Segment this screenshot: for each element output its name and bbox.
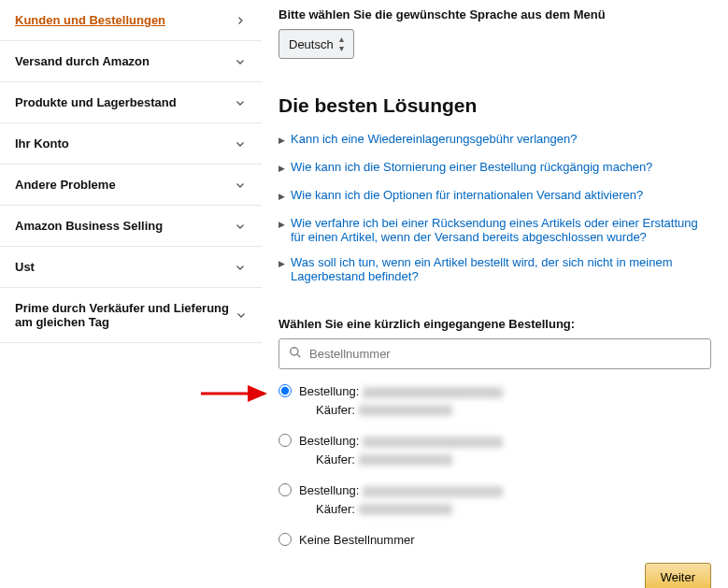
- order-label: Bestellung:: [299, 384, 359, 398]
- solution-item-0: ▶Kann ich eine Wiedereinlagerungsgebühr …: [278, 126, 711, 154]
- chevron-down-icon: [234, 55, 247, 68]
- chevron-down-icon: [234, 179, 247, 192]
- no-order-label: Keine Bestellnummer: [299, 533, 415, 547]
- order-radio-2[interactable]: [278, 434, 292, 447]
- buyer-label: Käufer:: [316, 403, 355, 417]
- buyer-label: Käufer:: [316, 502, 355, 516]
- solutions-title: Die besten Lösungen: [278, 94, 711, 117]
- chevron-down-icon: [234, 96, 247, 109]
- svg-point-0: [291, 348, 298, 355]
- order-label: Bestellung:: [299, 434, 359, 448]
- search-icon: [289, 346, 302, 362]
- language-select[interactable]: Deutsch ▴▾: [278, 29, 354, 59]
- solution-item-3: ▶Wie verfahre ich bei einer Rücksendung …: [278, 210, 711, 250]
- sidebar-item-label: Ihr Konto: [15, 136, 69, 151]
- sidebar-item-label: Andere Probleme: [15, 178, 116, 192]
- language-selected: Deutsch: [289, 37, 334, 51]
- order-number-redacted: [363, 387, 503, 398]
- order-radio-none[interactable]: [278, 533, 292, 546]
- solution-link-4[interactable]: Was soll ich tun, wenn ein Artikel beste…: [291, 255, 711, 283]
- solution-link-2[interactable]: Wie kann ich die Optionen für internatio…: [291, 188, 643, 202]
- sidebar-item-5[interactable]: Amazon Business Selling: [0, 206, 262, 247]
- sidebar-item-7[interactable]: Prime durch Verkäufer und Lieferung am g…: [0, 288, 262, 343]
- order-search-input[interactable]: [309, 347, 701, 361]
- caret-right-icon: ▶: [278, 188, 285, 205]
- solution-item-1: ▶Wie kann ich die Stornierung einer Best…: [278, 154, 711, 182]
- select-arrows-icon: ▴▾: [339, 35, 344, 53]
- order-label: Bestellung:: [299, 483, 359, 497]
- continue-button[interactable]: Weiter: [645, 563, 711, 589]
- order-select-prompt: Wählen Sie eine kürzlich eingegangene Be…: [278, 317, 711, 331]
- chevron-down-icon: [236, 308, 247, 322]
- order-radio-1[interactable]: [278, 384, 292, 397]
- order-option-3[interactable]: Bestellung: Käufer:: [278, 481, 711, 518]
- solution-link-1[interactable]: Wie kann ich die Stornierung einer Beste…: [291, 160, 652, 174]
- sidebar-item-1[interactable]: Versand durch Amazon: [0, 41, 262, 82]
- buyer-label: Käufer:: [316, 452, 355, 466]
- sidebar-item-4[interactable]: Andere Probleme: [0, 165, 262, 206]
- order-option-1[interactable]: Bestellung: Käufer:: [278, 382, 711, 419]
- solution-item-2: ▶Wie kann ich die Optionen für internati…: [278, 182, 711, 210]
- caret-right-icon: ▶: [278, 255, 285, 272]
- sidebar-item-0[interactable]: Kunden und Bestellungen: [0, 0, 262, 41]
- sidebar-item-label: Amazon Business Selling: [15, 219, 163, 233]
- caret-right-icon: ▶: [278, 132, 285, 149]
- sidebar-item-label: Versand durch Amazon: [15, 54, 150, 68]
- sidebar-item-label: Kunden und Bestellungen: [15, 13, 165, 27]
- chevron-right-icon: [234, 14, 247, 27]
- sidebar-item-6[interactable]: Ust: [0, 247, 262, 288]
- chevron-down-icon: [234, 220, 247, 233]
- sidebar-item-label: Ust: [15, 260, 35, 274]
- solution-item-4: ▶Was soll ich tun, wenn ein Artikel best…: [278, 250, 711, 289]
- order-number-redacted: [363, 437, 503, 448]
- chevron-down-icon: [234, 261, 247, 274]
- sidebar-item-label: Produkte und Lagerbestand: [15, 95, 177, 109]
- chevron-down-icon: [234, 137, 247, 151]
- svg-line-1: [297, 354, 301, 358]
- order-radio-3[interactable]: [278, 483, 292, 496]
- solution-link-0[interactable]: Kann ich eine Wiedereinlagerungsgebühr v…: [291, 132, 577, 146]
- caret-right-icon: ▶: [278, 216, 285, 233]
- language-prompt: Bitte wählen Sie die gewünschte Sprache …: [278, 7, 711, 22]
- order-option-none[interactable]: Keine Bestellnummer: [278, 531, 711, 550]
- buyer-name-redacted: [359, 454, 452, 466]
- order-number-redacted: [363, 486, 503, 497]
- buyer-name-redacted: [359, 504, 452, 515]
- sidebar-item-3[interactable]: Ihr Konto: [0, 123, 262, 165]
- caret-right-icon: ▶: [278, 160, 285, 177]
- order-option-2[interactable]: Bestellung: Käufer:: [278, 432, 711, 468]
- order-search-box[interactable]: [278, 338, 711, 369]
- buyer-name-redacted: [359, 405, 452, 416]
- sidebar-item-label: Prime durch Verkäufer und Lieferung am g…: [15, 301, 236, 329]
- sidebar-item-2[interactable]: Produkte und Lagerbestand: [0, 82, 262, 123]
- solution-link-3[interactable]: Wie verfahre ich bei einer Rücksendung e…: [291, 216, 711, 244]
